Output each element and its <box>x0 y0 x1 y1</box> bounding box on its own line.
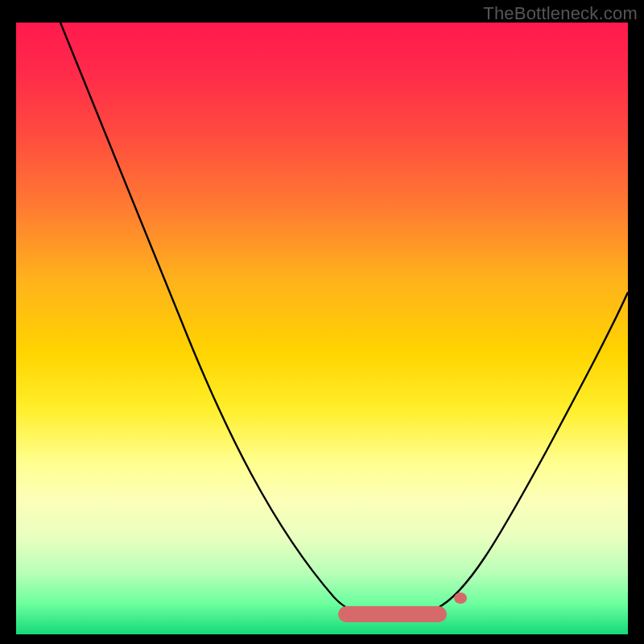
plot-area <box>16 23 628 634</box>
curve-path <box>60 23 628 619</box>
watermark-text: TheBottleneck.com <box>483 3 638 24</box>
chart-frame: TheBottleneck.com <box>0 0 644 644</box>
bottleneck-curve <box>16 23 628 634</box>
valley-dot-right <box>454 592 467 604</box>
valley-highlight-bar <box>338 606 447 622</box>
